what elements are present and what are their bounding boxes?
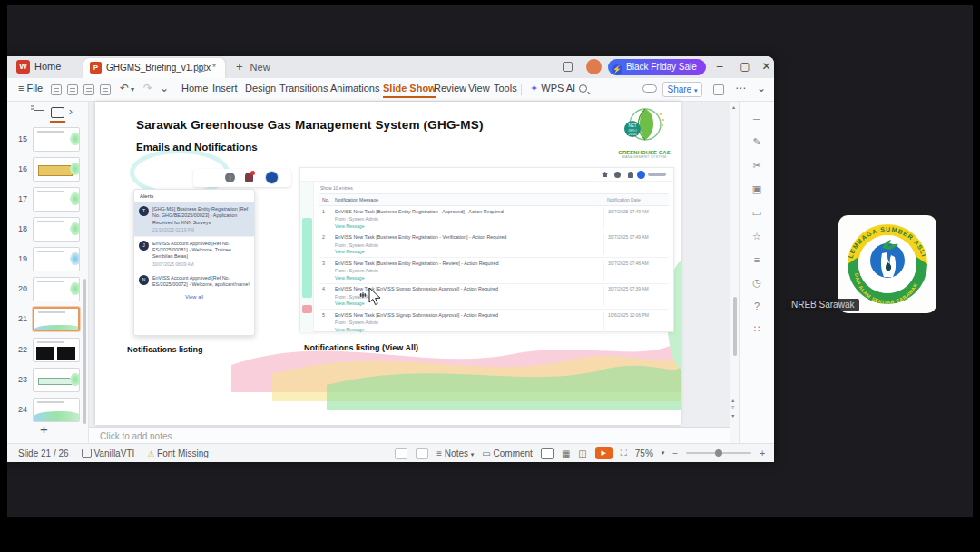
black-friday-sale-button[interactable]: ⚡Black Friday Sale bbox=[608, 59, 706, 75]
zoom-in-button[interactable]: + bbox=[760, 448, 765, 458]
maximize-button[interactable]: ▢ bbox=[733, 56, 757, 76]
panel-toggle-icon[interactable] bbox=[713, 84, 724, 95]
file-menu[interactable]: ≡ File bbox=[18, 83, 43, 94]
slide-sorter-view-button[interactable]: ▦ bbox=[562, 448, 570, 458]
redo-icon[interactable]: ↷ bbox=[143, 82, 152, 94]
menu-animations[interactable]: Animations bbox=[330, 83, 379, 94]
scrollbar-thumb[interactable] bbox=[733, 297, 737, 356]
font-missing-warning[interactable]: ⚠ Font Missing bbox=[147, 448, 209, 458]
page-setup-icon[interactable] bbox=[395, 448, 407, 459]
undo-caret-icon[interactable]: ▾ bbox=[131, 85, 134, 94]
settings-tool-icon[interactable]: ≡ bbox=[740, 254, 774, 265]
slide-21[interactable]: Sarawak Greenhouse Gas Management System… bbox=[95, 102, 681, 425]
output-icon[interactable] bbox=[67, 84, 78, 95]
undo-icon[interactable]: ↶ bbox=[120, 82, 129, 94]
caption-notifications-listing[interactable]: Notifications listing bbox=[127, 345, 203, 354]
tab-window-icon[interactable] bbox=[197, 64, 205, 72]
home-tab[interactable]: Home bbox=[34, 61, 61, 72]
save-icon[interactable] bbox=[51, 84, 62, 95]
outline-view-icon[interactable] bbox=[31, 108, 44, 118]
edit-tool-icon[interactable]: ✎ bbox=[740, 136, 774, 148]
zoom-level[interactable]: 75% bbox=[635, 448, 653, 458]
user-avatar[interactable] bbox=[586, 59, 602, 74]
menu-slide-show[interactable]: Slide Show bbox=[383, 83, 436, 98]
prev-next-slide-buttons[interactable]: ▴≡▾ bbox=[731, 397, 735, 419]
history-tool-icon[interactable]: ◷ bbox=[740, 277, 774, 289]
slide-thumb-23[interactable]: 23 bbox=[7, 368, 85, 393]
slide-thumb-16[interactable]: 16 bbox=[7, 157, 85, 182]
slide-thumb-18[interactable]: 18 bbox=[7, 217, 85, 242]
shapes-tool-icon[interactable]: ▣ bbox=[740, 183, 774, 195]
document-tab[interactable]: P GHGMS_Briefing_v1.pptx * bbox=[83, 58, 225, 78]
slide-title[interactable]: Sarawak Greenhouse Gas Management System… bbox=[136, 118, 484, 132]
notes-toggle[interactable]: ≡ Notes ▾ bbox=[436, 448, 474, 458]
menu-transitions[interactable]: Transitions bbox=[279, 83, 328, 94]
zoom-slider[interactable] bbox=[686, 452, 751, 454]
panel-scrollbar[interactable] bbox=[83, 279, 86, 424]
menu-home[interactable]: Home bbox=[181, 83, 208, 94]
search-icon[interactable] bbox=[579, 84, 587, 93]
logo-tagline: MANAGEMENT SYSTEM bbox=[612, 155, 676, 159]
slide-subtitle[interactable]: Emails and Notifications bbox=[136, 142, 258, 153]
slide-view-icon[interactable] bbox=[51, 107, 64, 118]
zoom-slider-knob[interactable] bbox=[715, 449, 722, 457]
menu-wps-ai[interactable]: ✦ WPS AI bbox=[530, 83, 575, 94]
slide-thumb-21-selected[interactable]: 21 bbox=[7, 307, 85, 332]
close-button[interactable]: ✕ bbox=[759, 56, 774, 76]
add-slide-button[interactable]: + bbox=[40, 421, 48, 437]
minimize-button[interactable]: – bbox=[708, 56, 731, 76]
collapse-ribbon-icon[interactable]: ⌄ bbox=[757, 82, 766, 94]
show-entries-control: Show 10 entries bbox=[320, 185, 353, 191]
menu-insert[interactable]: Insert bbox=[212, 83, 238, 94]
tab-layout-icon[interactable] bbox=[563, 62, 573, 72]
sidebar-logout-item bbox=[302, 305, 312, 313]
comment-toggle[interactable]: ▭ Comment bbox=[482, 448, 533, 458]
caption-notifications-view-all[interactable]: Notifications listing (View All) bbox=[304, 343, 418, 352]
slide-thumb-19[interactable]: 19 bbox=[7, 247, 85, 272]
reading-view-button[interactable]: ◫ bbox=[578, 448, 586, 458]
ribbon-collapse-icon[interactable]: ⌄ bbox=[160, 82, 169, 94]
share-button[interactable]: Share ▾ bbox=[662, 82, 702, 97]
cloud-sync-icon[interactable] bbox=[642, 84, 657, 93]
plus-icon: + bbox=[236, 60, 243, 74]
apps-grid-icon[interactable]: ∷ bbox=[740, 323, 774, 335]
slide-thumb-22[interactable]: 22 bbox=[7, 338, 85, 363]
slide-thumb-24[interactable]: 24 bbox=[7, 398, 85, 423]
new-tab-button[interactable]: +New bbox=[236, 60, 270, 74]
comment-tool-icon[interactable]: ▭ bbox=[740, 207, 774, 219]
wps-logo-icon: W bbox=[16, 60, 30, 74]
menu-view[interactable]: View bbox=[468, 83, 490, 94]
notes-pane[interactable]: Click to add notes bbox=[89, 427, 730, 443]
hamburger-icon: ≡ bbox=[18, 83, 24, 94]
menu-tools[interactable]: Tools bbox=[494, 83, 517, 94]
collapse-panel-icon[interactable]: › bbox=[69, 105, 73, 118]
alert-item: N EnVISS Account Approved [Ref No. ES/20… bbox=[134, 271, 254, 292]
export-icon[interactable] bbox=[416, 448, 428, 459]
scroll-up-icon[interactable]: ▴ bbox=[732, 104, 735, 110]
bell-icon bbox=[245, 172, 253, 182]
spellcheck-language[interactable]: VanillaVTI bbox=[82, 448, 135, 458]
favorites-tool-icon[interactable]: ☆ bbox=[740, 231, 774, 242]
ghg-leaf-globe-icon: NET ZERO 2050 bbox=[621, 105, 668, 145]
more-options-icon[interactable]: ⋯ bbox=[735, 82, 746, 94]
cut-tool-icon[interactable]: ✂ bbox=[740, 160, 774, 172]
help-tool-icon[interactable]: ? bbox=[740, 301, 774, 311]
print-icon[interactable] bbox=[83, 84, 94, 95]
slide-thumb-17[interactable]: 17 bbox=[7, 187, 85, 212]
normal-view-button[interactable] bbox=[541, 448, 554, 459]
fit-slide-icon[interactable]: ⛶ bbox=[621, 448, 627, 458]
slide-thumb-15[interactable]: 15 bbox=[7, 127, 85, 153]
print-preview-icon[interactable] bbox=[100, 84, 111, 95]
menu-review[interactable]: Review bbox=[434, 83, 466, 94]
wps-ai-star-icon: ✦ bbox=[530, 83, 538, 94]
zoom-out-button[interactable]: − bbox=[672, 448, 678, 458]
slide-thumb-20[interactable]: 20 bbox=[7, 277, 85, 302]
menu-design[interactable]: Design bbox=[245, 83, 276, 94]
notifications-table-screenshot: Show 10 entries No. Notification Message… bbox=[299, 167, 674, 332]
mouse-cursor bbox=[359, 287, 383, 310]
lightning-icon: ⚡ bbox=[612, 64, 622, 75]
zoom-caret-icon[interactable]: ▾ bbox=[662, 449, 665, 457]
slideshow-play-button[interactable]: ▶ bbox=[595, 447, 612, 459]
screen-share-canvas: W Home P GHGMS_Briefing_v1.pptx * +New ⚡… bbox=[7, 5, 973, 518]
collapse-tools-icon[interactable]: ─ bbox=[740, 113, 774, 124]
